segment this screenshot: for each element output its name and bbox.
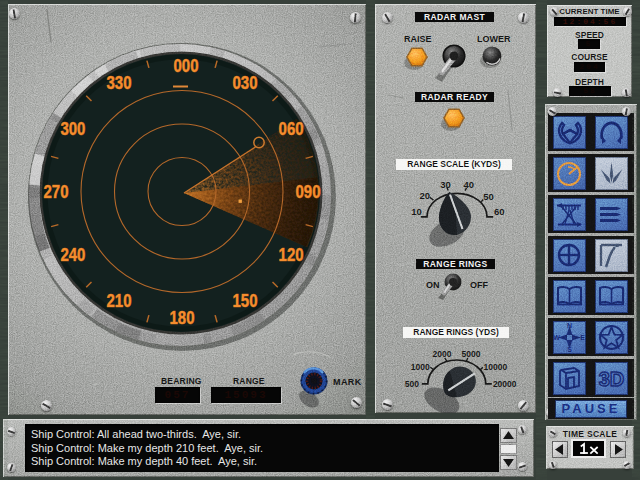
svg-text:000: 000 <box>174 56 199 76</box>
svg-text:240: 240 <box>60 245 85 265</box>
svg-text:20: 20 <box>419 190 430 201</box>
svg-text:210: 210 <box>107 291 132 311</box>
svg-text:270: 270 <box>44 182 69 202</box>
svg-text:120: 120 <box>279 245 304 265</box>
svg-text:030: 030 <box>233 73 258 93</box>
svg-text:150: 150 <box>233 291 258 311</box>
svg-text:10: 10 <box>411 206 422 217</box>
svg-text:S: S <box>567 346 572 353</box>
svg-text:W: W <box>554 334 560 341</box>
svg-text:090: 090 <box>296 182 321 202</box>
svg-text:E: E <box>580 334 585 341</box>
svg-text:50: 50 <box>483 191 494 202</box>
svg-text:20000: 20000 <box>493 379 517 389</box>
svg-text:500: 500 <box>405 379 419 389</box>
svg-text:3D: 3D <box>599 368 625 390</box>
svg-text:300: 300 <box>60 119 85 139</box>
svg-text:5000: 5000 <box>462 349 481 359</box>
svg-text:30: 30 <box>440 179 451 190</box>
svg-text:180: 180 <box>170 308 195 328</box>
svg-text:060: 060 <box>279 119 304 139</box>
svg-text:60: 60 <box>494 206 505 217</box>
svg-text:10000: 10000 <box>483 362 507 372</box>
svg-text:2000: 2000 <box>433 349 452 359</box>
svg-text:330: 330 <box>107 73 132 93</box>
svg-text:1000: 1000 <box>411 362 430 372</box>
svg-text:40: 40 <box>463 179 474 190</box>
svg-text:N: N <box>567 322 572 329</box>
